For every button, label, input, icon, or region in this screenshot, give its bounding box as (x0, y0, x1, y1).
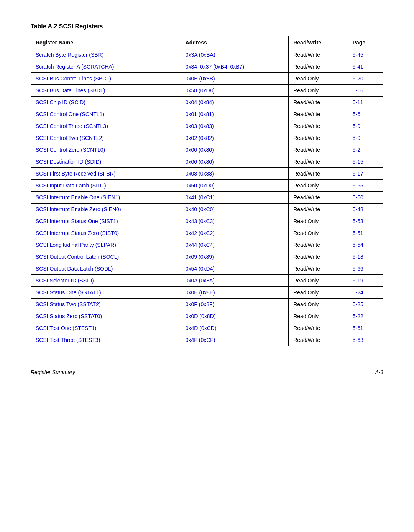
cell-page: 5-15 (348, 156, 383, 168)
cell-register-name: SCSI Control Zero (SCNTL0) (31, 144, 181, 156)
cell-rw: Read Only (289, 180, 348, 192)
table-row: SCSI Selector ID (SSID)0x0A (0x8A)Read O… (31, 275, 383, 287)
cell-address: 0x0D (0x8D) (181, 310, 288, 322)
table-header-row: Register Name Address Read/Write Page (31, 36, 383, 49)
table-row: SCSI Output Control Latch (SOCL)0x09 (0x… (31, 251, 383, 263)
cell-page: 5-9 (348, 132, 383, 144)
cell-rw: Read Only (289, 287, 348, 299)
cell-page: 5-41 (348, 61, 383, 73)
cell-rw: Read/Write (289, 61, 348, 73)
cell-register-name: SCSI Status Zero (SSTAT0) (31, 310, 181, 322)
cell-page: 5-9 (348, 120, 383, 132)
cell-register-name: SCSI Bus Data Lines (SBDL) (31, 85, 181, 97)
table-row: SCSI Chip ID (SCID)0x04 (0x84)Read/Write… (31, 97, 383, 108)
cell-register-name: SCSI Interrupt Enable Zero (SIEN0) (31, 204, 181, 215)
cell-rw: Read/Write (289, 120, 348, 132)
cell-address: 0x04 (0x84) (181, 97, 288, 108)
cell-page: 5-24 (348, 287, 383, 299)
table-row: SCSI Control Zero (SCNTL0)0x00 (0x80)Rea… (31, 144, 383, 156)
cell-address: 0x40 (0xC0) (181, 204, 288, 215)
cell-address: 0x00 (0x80) (181, 144, 288, 156)
table-row: SCSI First Byte Received (SFBR)0x08 (0x8… (31, 168, 383, 180)
cell-rw: Read/Write (289, 97, 348, 108)
table-row: SCSI Interrupt Enable Zero (SIEN0)0x40 (… (31, 204, 383, 215)
col-header-rw: Read/Write (289, 36, 348, 49)
cell-register-name: SCSI Output Data Latch (SODL) (31, 263, 181, 275)
cell-rw: Read Only (289, 215, 348, 227)
table-row: SCSI Control One (SCNTL1)0x01 (0x81)Read… (31, 108, 383, 120)
cell-page: 5-61 (348, 322, 383, 334)
cell-register-name: Scratch Byte Register (SBR) (31, 49, 181, 61)
cell-register-name: Scratch Register A (SCRATCHA) (31, 61, 181, 73)
cell-register-name: SCSI Interrupt Status Zero (SIST0) (31, 227, 181, 239)
cell-register-name: SCSI Bus Control Lines (SBCL) (31, 73, 181, 85)
cell-register-name: SCSI Interrupt Enable One (SIEN1) (31, 192, 181, 204)
cell-rw: Read Only (289, 73, 348, 85)
cell-register-name: SCSI First Byte Received (SFBR) (31, 168, 181, 180)
cell-rw: Read/Write (289, 334, 348, 346)
cell-rw: Read Only (289, 275, 348, 287)
cell-page: 5-6 (348, 108, 383, 120)
table-row: SCSI Test Three (STEST3)0x4F (0xCF)Read/… (31, 334, 383, 346)
col-header-address: Address (181, 36, 288, 49)
table-row: SCSI Control Three (SCNTL3)0x03 (0x83)Re… (31, 120, 383, 132)
table-row: SCSI Test One (STEST1)0x4D (0xCD)Read/Wr… (31, 322, 383, 334)
cell-address: 0x54 (0xD4) (181, 263, 288, 275)
cell-address: 0x44 (0xC4) (181, 239, 288, 251)
table-row: SCSI Interrupt Status Zero (SIST0)0x42 (… (31, 227, 383, 239)
cell-address: 0x43 (0xC3) (181, 215, 288, 227)
cell-rw: Read/Write (289, 192, 348, 204)
cell-page: 5-54 (348, 239, 383, 251)
table-row: SCSI Control Two (SCNTL2)0x02 (0x82)Read… (31, 132, 383, 144)
cell-rw: Read/Write (289, 204, 348, 215)
cell-address: 0x0E (0x8E) (181, 287, 288, 299)
table-row: SCSI Bus Control Lines (SBCL)0x0B (0x8B)… (31, 73, 383, 85)
cell-rw: Read/Write (289, 251, 348, 263)
col-header-page: Page (348, 36, 383, 49)
cell-address: 0x06 (0x86) (181, 156, 288, 168)
cell-rw: Read Only (289, 85, 348, 97)
cell-page: 5-18 (348, 251, 383, 263)
cell-page: 5-2 (348, 144, 383, 156)
cell-rw: Read/Write (289, 108, 348, 120)
cell-page: 5-22 (348, 310, 383, 322)
cell-rw: Read/Write (289, 239, 348, 251)
cell-address: 0x58 (0xD8) (181, 85, 288, 97)
cell-address: 0x02 (0x82) (181, 132, 288, 144)
cell-register-name: SCSI Output Control Latch (SOCL) (31, 251, 181, 263)
table-row: SCSI Input Data Latch (SIDL)0x50 (0xD0)R… (31, 180, 383, 192)
cell-address: 0x42 (0xC2) (181, 227, 288, 239)
cell-page: 5-66 (348, 263, 383, 275)
cell-address: 0x01 (0x81) (181, 108, 288, 120)
cell-page: 5-11 (348, 97, 383, 108)
table-row: SCSI Output Data Latch (SODL)0x54 (0xD4)… (31, 263, 383, 275)
cell-register-name: SCSI Test One (STEST1) (31, 322, 181, 334)
cell-page: 5-63 (348, 334, 383, 346)
cell-register-name: SCSI Destination ID (SDID) (31, 156, 181, 168)
cell-page: 5-66 (348, 85, 383, 97)
cell-page: 5-50 (348, 192, 383, 204)
table-row: SCSI Interrupt Status One (SIST1)0x43 (0… (31, 215, 383, 227)
col-header-name: Register Name (31, 36, 181, 49)
footer-label: Register Summary (31, 369, 75, 375)
cell-rw: Read/Write (289, 263, 348, 275)
cell-page: 5-53 (348, 215, 383, 227)
cell-page: 5-51 (348, 227, 383, 239)
cell-rw: Read/Write (289, 144, 348, 156)
cell-address: 0x08 (0x88) (181, 168, 288, 180)
cell-page: 5-65 (348, 180, 383, 192)
cell-rw: Read/Write (289, 132, 348, 144)
cell-rw: Read/Write (289, 49, 348, 61)
cell-register-name: SCSI Status One (SSTAT1) (31, 287, 181, 299)
cell-address: 0x0B (0x8B) (181, 73, 288, 85)
table-row: SCSI Destination ID (SDID)0x06 (0x86)Rea… (31, 156, 383, 168)
cell-register-name: SCSI Input Data Latch (SIDL) (31, 180, 181, 192)
table-row: Scratch Byte Register (SBR)0x3A (0xBA)Re… (31, 49, 383, 61)
cell-page: 5-20 (348, 73, 383, 85)
table-row: SCSI Interrupt Enable One (SIEN1)0x41 (0… (31, 192, 383, 204)
cell-page: 5-17 (348, 168, 383, 180)
page-footer: Register Summary A-3 (31, 369, 383, 375)
cell-address: 0x34–0x37 (0xB4–0xB7) (181, 61, 288, 73)
cell-address: 0x0F (0x8F) (181, 299, 288, 310)
table-row: SCSI Status One (SSTAT1)0x0E (0x8E)Read … (31, 287, 383, 299)
